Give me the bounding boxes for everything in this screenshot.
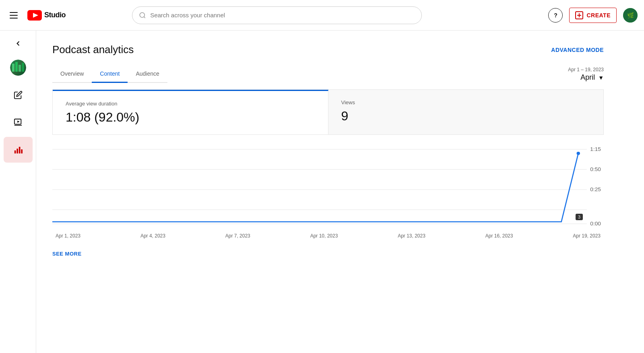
date-picker-area: Apr 1 – 19, 2023 April ▼: [568, 67, 604, 82]
avatar-button[interactable]: 🌿: [623, 8, 638, 23]
date-selector-button[interactable]: April ▼: [580, 73, 604, 82]
x-label-2: Apr 7, 2023: [225, 233, 250, 239]
chart-x-labels: Apr 1, 2023 Apr 4, 2023 Apr 7, 2023 Apr …: [52, 230, 604, 239]
edit-icon: [14, 91, 23, 99]
svg-rect-19: [19, 147, 20, 154]
search-icon: [139, 12, 146, 19]
advanced-mode-button[interactable]: ADVANCED MODE: [551, 47, 604, 53]
main-content: Podcast analytics ADVANCED MODE Overview…: [36, 31, 620, 353]
sidebar-item-analytics[interactable]: [4, 137, 33, 163]
sidebar-item-edit[interactable]: [4, 82, 33, 108]
x-label-1: Apr 4, 2023: [140, 233, 165, 239]
sidebar-item-thumbnail[interactable]: [4, 55, 33, 81]
channel-thumbnail: [10, 60, 26, 76]
metrics-row: Average view duration 1:08 (92.0%) Views…: [52, 89, 604, 135]
svg-rect-12: [19, 65, 21, 72]
chart-area: 1:15 0:50 0:25 0:00 3 Apr 1, 2023 Apr 4,…: [52, 135, 604, 248]
tab-audience[interactable]: Audience: [128, 66, 167, 83]
metric-value-avg-view-duration: 1:08 (92.0%): [66, 110, 315, 125]
metric-label-avg-view-duration: Average view duration: [66, 101, 315, 107]
analytics-icon: [14, 145, 23, 154]
topnav-right: ? CREATE 🌿: [548, 8, 638, 23]
search-container: [132, 6, 422, 24]
metric-card-views[interactable]: Views 9: [328, 90, 604, 134]
create-label: CREATE: [586, 12, 611, 19]
top-navigation: Studio ? CREATE 🌿: [0, 0, 644, 31]
youtube-icon: [27, 10, 42, 21]
page-header: Podcast analytics ADVANCED MODE: [52, 43, 604, 56]
svg-text:0:50: 0:50: [590, 166, 601, 172]
svg-line-3: [144, 17, 145, 18]
svg-rect-20: [21, 149, 23, 153]
tabs-row: Overview Content Audience: [52, 66, 167, 83]
playlist-icon: [14, 118, 23, 127]
search-input[interactable]: [150, 12, 415, 19]
x-label-3: Apr 10, 2023: [310, 233, 338, 239]
svg-text:0:25: 0:25: [590, 186, 601, 192]
chart-container: 1:15 0:50 0:25 0:00 3: [52, 141, 604, 230]
x-label-5: Apr 16, 2023: [485, 233, 513, 239]
metric-value-views: 9: [341, 109, 591, 124]
menu-button[interactable]: [6, 9, 21, 22]
svg-text:0:00: 0:00: [590, 221, 601, 227]
app-layout: Podcast analytics ADVANCED MODE Overview…: [0, 31, 644, 353]
x-label-6: Apr 19, 2023: [573, 233, 601, 239]
x-label-0: Apr 1, 2023: [56, 233, 80, 239]
svg-rect-13: [22, 63, 24, 72]
page-title: Podcast analytics: [52, 43, 134, 56]
tab-content[interactable]: Content: [92, 66, 128, 83]
create-button[interactable]: CREATE: [569, 8, 617, 23]
date-range-label: Apr 1 – 19, 2023: [568, 67, 604, 72]
metric-card-avg-view-duration[interactable]: Average view duration 1:08 (92.0%): [53, 90, 328, 134]
metric-label-views: Views: [341, 99, 591, 105]
logo-text: Studio: [44, 11, 66, 19]
tab-overview[interactable]: Overview: [52, 66, 92, 83]
chart-svg: 1:15 0:50 0:25 0:00: [52, 141, 604, 230]
svg-rect-17: [14, 151, 16, 153]
chart-tooltip: 3: [576, 214, 583, 220]
see-more-button[interactable]: SEE MORE: [52, 251, 82, 257]
svg-rect-10: [12, 64, 14, 72]
svg-point-2: [140, 12, 144, 17]
svg-rect-18: [17, 149, 18, 153]
chevron-down-icon: ▼: [598, 74, 604, 81]
create-icon: [575, 11, 583, 19]
svg-rect-11: [15, 62, 18, 72]
logo[interactable]: Studio: [27, 10, 66, 21]
date-selector-text: April: [580, 73, 595, 82]
tabs-date-row: Overview Content Audience Apr 1 – 19, 20…: [52, 66, 604, 83]
search-box: [132, 6, 422, 24]
help-button[interactable]: ?: [548, 8, 563, 23]
svg-text:🌿: 🌿: [627, 12, 634, 19]
svg-point-26: [577, 152, 580, 155]
x-label-4: Apr 13, 2023: [398, 233, 425, 239]
svg-text:1:15: 1:15: [590, 146, 601, 152]
svg-marker-15: [17, 120, 20, 123]
sidebar: [0, 31, 36, 353]
sidebar-item-content[interactable]: [4, 109, 33, 135]
back-button[interactable]: [4, 34, 33, 53]
